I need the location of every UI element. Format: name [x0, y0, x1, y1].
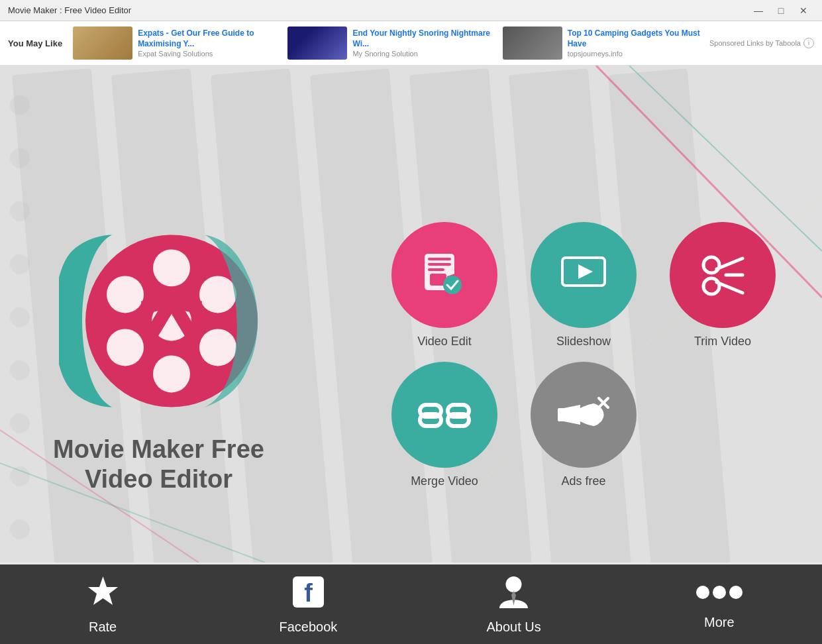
window-title: Movie Maker : Free Video Editor	[8, 5, 748, 15]
ads-icon	[554, 385, 613, 445]
svg-point-60	[506, 576, 522, 592]
video-edit-circle[interactable]	[391, 222, 497, 328]
title-bar: Movie Maker : Free Video Editor — □ ✕	[0, 0, 822, 21]
ad-text-1: Expats - Get Our Free Guide to Maximisin…	[138, 28, 280, 57]
svg-rect-38	[428, 268, 444, 271]
trim-label: Trim Video	[694, 335, 751, 349]
ad-thumb-1	[73, 27, 132, 60]
bottom-rate[interactable]: Rate	[0, 564, 205, 644]
bottom-facebook[interactable]: f Facebook	[205, 564, 411, 644]
svg-point-9	[10, 148, 30, 168]
bottom-more[interactable]: More	[617, 564, 822, 644]
logo-area: Movie Maker Free Video Editor	[53, 215, 264, 495]
facebook-icon: f	[290, 574, 327, 616]
svg-rect-36	[428, 258, 451, 260]
ad-headline-1: Expats - Get Our Free Guide to Maximisin…	[138, 28, 280, 49]
ad-source-2: My Snoring Solution	[352, 50, 494, 58]
svg-point-8	[10, 95, 30, 115]
svg-point-41	[443, 276, 462, 294]
about-us-label: About Us	[486, 619, 540, 635]
svg-marker-53	[564, 405, 580, 425]
feature-merge-video[interactable]: Merge Video	[385, 362, 504, 488]
svg-point-12	[10, 307, 30, 327]
feature-trim-video[interactable]: Trim Video	[663, 222, 782, 349]
close-button[interactable]: ✕	[793, 0, 814, 21]
svg-point-25	[199, 276, 236, 313]
feature-video-edit[interactable]: Video Edit	[385, 222, 504, 349]
ad-items: Expats - Get Our Free Guide to Maximisin…	[73, 27, 709, 60]
ad-headline-2: End Your Nightly Snoring Nightmare Wi...	[352, 28, 494, 49]
slideshow-icon	[557, 248, 610, 301]
svg-rect-37	[428, 263, 451, 266]
merge-icon	[415, 385, 474, 445]
svg-point-24	[153, 249, 190, 286]
app-name: Movie Maker Free Video Editor	[53, 435, 264, 495]
ad-thumb-3	[503, 27, 562, 60]
ad-item-3[interactable]: Top 10 Camping Gadgets You Must Have top…	[503, 27, 709, 60]
ads-circle[interactable]	[531, 362, 637, 468]
window-controls: — □ ✕	[748, 0, 814, 21]
svg-point-63	[713, 586, 726, 599]
video-edit-icon	[418, 248, 471, 301]
svg-point-15	[10, 466, 30, 486]
minimize-button[interactable]: —	[748, 0, 769, 21]
svg-rect-52	[448, 414, 469, 426]
svg-text:f: f	[304, 579, 313, 607]
trim-circle[interactable]	[670, 222, 776, 328]
ad-text-3: Top 10 Camping Gadgets You Must Have top…	[568, 28, 709, 57]
ad-you-may-like-label: You May Like	[8, 38, 62, 48]
svg-point-27	[153, 355, 190, 392]
feature-ads-free[interactable]: Ads free	[524, 362, 643, 488]
bottom-bar: Rate f Facebook About Us	[0, 564, 822, 644]
svg-point-29	[107, 276, 144, 313]
svg-rect-51	[420, 414, 441, 426]
taboola-icon: i	[803, 38, 814, 48]
svg-line-34	[142, 301, 172, 307]
dots-icon	[696, 579, 743, 611]
trim-icon	[693, 245, 752, 305]
slideshow-label: Slideshow	[556, 335, 611, 349]
ad-item-1[interactable]: Expats - Get Our Free Guide to Maximisin…	[73, 27, 280, 60]
features-grid: Video Edit Slideshow	[385, 222, 782, 488]
main-area: Movie Maker Free Video Editor	[0, 66, 822, 644]
video-edit-label: Video Edit	[417, 335, 472, 349]
merge-circle[interactable]	[391, 362, 497, 468]
ad-item-2[interactable]: End Your Nightly Snoring Nightmare Wi...…	[287, 27, 494, 60]
ad-thumb-2	[287, 27, 347, 60]
svg-point-26	[199, 329, 236, 366]
star-icon	[85, 574, 121, 616]
ad-banner: You May Like Expats - Get Our Free Guide…	[0, 21, 822, 66]
svg-marker-57	[88, 576, 118, 605]
maximize-button[interactable]: □	[770, 0, 792, 21]
svg-point-13	[10, 360, 30, 380]
svg-point-11	[10, 254, 30, 274]
svg-point-64	[729, 586, 743, 599]
ad-text-2: End Your Nightly Snoring Nightmare Wi...…	[352, 28, 494, 57]
ads-free-label: Ads free	[561, 474, 605, 488]
facebook-label: Facebook	[279, 619, 337, 635]
svg-point-28	[107, 329, 144, 366]
svg-rect-54	[558, 408, 564, 421]
person-icon	[495, 574, 532, 616]
logo-graphic	[59, 215, 258, 427]
ad-headline-3: Top 10 Camping Gadgets You Must Have	[568, 28, 709, 49]
bottom-about-us[interactable]: About Us	[411, 564, 617, 644]
svg-point-10	[10, 201, 30, 221]
svg-point-16	[10, 519, 30, 539]
svg-point-14	[10, 413, 30, 433]
svg-point-62	[696, 586, 709, 599]
more-label: More	[704, 615, 735, 630]
ad-source-1: Expat Saving Solutions	[138, 50, 280, 58]
svg-marker-43	[578, 264, 593, 279]
logo-svg	[59, 215, 258, 427]
rate-label: Rate	[89, 619, 117, 635]
merge-label: Merge Video	[411, 474, 478, 488]
feature-slideshow[interactable]: Slideshow	[524, 222, 643, 349]
ad-source-3: topsjourneys.info	[568, 50, 709, 58]
slideshow-circle[interactable]	[531, 222, 637, 328]
ad-sponsor: Sponsored Links by Taboola i	[709, 38, 814, 48]
